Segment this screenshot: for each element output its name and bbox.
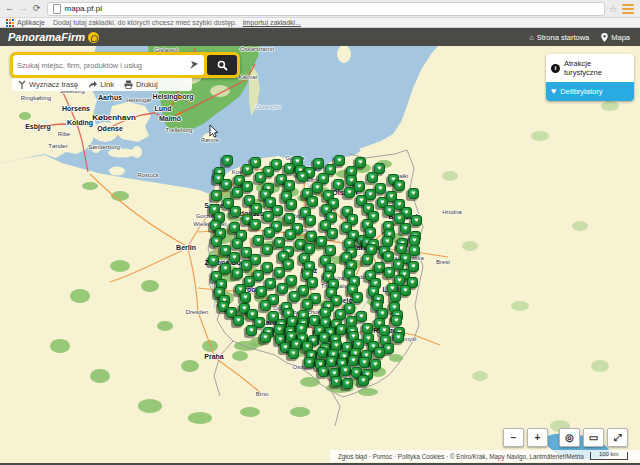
defib-marker[interactable]: ♥	[233, 315, 244, 326]
defib-marker[interactable]: ♥	[358, 375, 369, 386]
map-nav-link[interactable]: Mapa	[601, 33, 630, 42]
printer-icon	[124, 80, 133, 89]
attribution-links[interactable]: Zgłoś błąd · Pomoc · Polityka Cookies · …	[338, 453, 584, 460]
search-input[interactable]	[13, 56, 189, 74]
locate-button[interactable]: ◎	[559, 428, 580, 447]
layers-panel: i Atrakcje turystyczne ♥ Defibrylatory	[546, 54, 634, 101]
back-icon[interactable]: ←	[5, 0, 14, 17]
logo-icon	[88, 32, 99, 43]
address-bar[interactable]: mapa.pf.pl	[47, 2, 605, 16]
defib-marker[interactable]: ♥	[208, 255, 219, 266]
defib-marker[interactable]: ♥	[242, 181, 253, 192]
minimap-button[interactable]: ▭	[583, 428, 604, 447]
defib-marker[interactable]: ♥	[313, 158, 324, 169]
defib-marker[interactable]: ♥	[240, 292, 251, 303]
map-scale-bar: 100 km	[590, 452, 628, 460]
defib-marker[interactable]: ♥	[340, 365, 351, 376]
defib-marker[interactable]: ♥	[411, 215, 422, 226]
defib-marker[interactable]: ♥	[286, 199, 297, 210]
defib-marker[interactable]: ♥	[251, 203, 262, 214]
zoom-out-button[interactable]: −	[503, 428, 524, 447]
defib-marker[interactable]: ♥	[302, 299, 313, 310]
defib-marker[interactable]: ♥	[250, 219, 261, 230]
print-tool[interactable]: Drukuj	[124, 80, 158, 89]
map-controls: −+◎▭⤢	[503, 428, 628, 447]
defib-marker[interactable]: ♥	[390, 291, 401, 302]
defib-marker[interactable]: ♥	[408, 188, 419, 199]
defib-marker[interactable]: ♥	[342, 378, 353, 389]
page-favicon-icon	[53, 4, 61, 14]
defib-marker[interactable]: ♥	[229, 252, 240, 263]
defib-marker[interactable]: ♥	[394, 180, 405, 191]
browser-toolbar: ← → ⟳ mapa.pf.pl ☆	[0, 0, 640, 18]
defib-marker[interactable]: ♥	[221, 179, 232, 190]
defib-marker[interactable]: ♥	[232, 187, 243, 198]
defib-marker[interactable]: ♥	[355, 157, 366, 168]
defib-marker[interactable]: ♥	[289, 291, 300, 302]
defib-marker[interactable]: ♥	[370, 359, 381, 370]
link-tool[interactable]: Link	[88, 80, 114, 89]
defib-marker[interactable]: ♥	[262, 244, 273, 255]
defib-marker[interactable]: ♥	[400, 285, 411, 296]
defib-marker[interactable]: ♥	[211, 190, 222, 201]
defib-marker[interactable]: ♥	[334, 155, 345, 166]
defib-marker[interactable]: ♥	[274, 267, 285, 278]
defib-marker[interactable]: ♥	[307, 196, 318, 207]
defib-marker[interactable]: ♥	[319, 332, 330, 343]
defib-marker[interactable]: ♥	[246, 325, 257, 336]
browser-menu-icon[interactable]	[622, 4, 634, 14]
defib-marker[interactable]: ♥	[284, 180, 295, 191]
defib-marker[interactable]: ♥	[374, 347, 385, 358]
map-canvas[interactable]: ÖstersjönRingkøbingSilkeborgAarhusHorsen…	[0, 46, 640, 463]
defib-marker[interactable]: ♥	[344, 187, 355, 198]
defib-marker[interactable]: ♥	[354, 181, 365, 192]
defib-marker[interactable]: ♥	[359, 357, 370, 368]
defib-marker[interactable]: ♥	[260, 300, 271, 311]
defib-marker[interactable]: ♥	[318, 366, 329, 377]
defib-marker[interactable]: ♥	[222, 155, 233, 166]
defib-marker[interactable]: ♥	[284, 163, 295, 174]
defib-marker[interactable]: ♥	[305, 215, 316, 226]
search-button[interactable]	[207, 55, 237, 75]
defib-marker[interactable]: ♥	[255, 172, 266, 183]
defib-marker[interactable]: ♥	[333, 179, 344, 190]
import-bookmarks-link[interactable]: Importuj zakładki...	[243, 19, 301, 26]
defib-marker[interactable]: ♥	[256, 286, 267, 297]
defib-marker[interactable]: ♥	[285, 229, 296, 240]
defib-marker[interactable]: ♥	[352, 292, 363, 303]
defib-marker[interactable]: ♥	[242, 164, 253, 175]
home-icon: ⌂	[529, 33, 534, 42]
locate-arrow-icon[interactable]	[189, 60, 199, 70]
defib-marker[interactable]: ♥	[393, 332, 404, 343]
zoom-in-button[interactable]: +	[527, 428, 548, 447]
defib-marker[interactable]: ♥	[297, 171, 308, 182]
defib-marker[interactable]: ♥	[327, 228, 338, 239]
layer-tourist-attractions[interactable]: i Atrakcje turystyczne	[546, 54, 634, 82]
defib-marker[interactable]: ♥	[375, 183, 386, 194]
apps-grid-icon[interactable]	[6, 19, 14, 27]
defib-marker[interactable]: ♥	[367, 172, 378, 183]
defib-marker[interactable]: ♥	[288, 348, 299, 359]
defib-marker[interactable]: ♥	[304, 357, 315, 368]
defib-marker[interactable]: ♥	[277, 283, 288, 294]
reload-icon[interactable]: ⟳	[33, 0, 41, 17]
bookmark-star-icon[interactable]: ☆	[609, 4, 617, 14]
defib-marker[interactable]: ♥	[331, 376, 342, 387]
fullscreen-button[interactable]: ⤢	[607, 428, 628, 447]
defib-marker[interactable]: ♥	[264, 227, 275, 238]
defib-marker[interactable]: ♥	[230, 206, 241, 217]
panoramafirm-logo[interactable]: PanoramaFirm	[8, 31, 99, 43]
defib-marker[interactable]: ♥	[326, 356, 337, 367]
defib-marker[interactable]: ♥	[391, 315, 402, 326]
defib-marker[interactable]: ♥	[312, 182, 323, 193]
defib-marker[interactable]: ♥	[232, 268, 243, 279]
apps-label[interactable]: Aplikacje	[17, 19, 45, 26]
home-nav-link[interactable]: ⌂ Strona startowa	[529, 33, 589, 42]
layer-defibrillators[interactable]: ♥ Defibrylatory	[546, 82, 634, 101]
defib-marker[interactable]: ♥	[348, 355, 359, 366]
defib-marker[interactable]: ♥	[362, 254, 373, 265]
route-tool[interactable]: Wyznacz trasę	[18, 80, 78, 89]
defib-marker[interactable]: ♥	[260, 332, 271, 343]
defib-marker[interactable]: ♥	[356, 311, 367, 322]
forward-icon[interactable]: →	[19, 0, 28, 17]
